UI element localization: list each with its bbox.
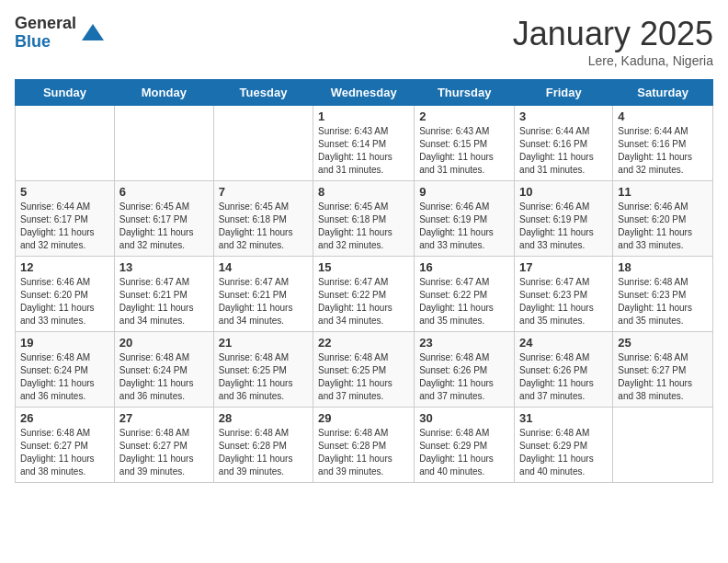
page-header: General Blue January 2025 Lere, Kaduna, … xyxy=(15,15,713,68)
day-number: 9 xyxy=(419,185,509,199)
calendar-cell: 18Sunrise: 6:48 AM Sunset: 6:23 PM Dayli… xyxy=(613,257,713,332)
day-number: 15 xyxy=(318,260,409,274)
day-info: Sunrise: 6:47 AM Sunset: 6:21 PM Dayligh… xyxy=(219,276,308,327)
calendar-cell: 1Sunrise: 6:43 AM Sunset: 6:14 PM Daylig… xyxy=(313,106,415,181)
day-number: 30 xyxy=(419,411,509,425)
day-number: 16 xyxy=(419,260,509,274)
calendar-cell: 12Sunrise: 6:46 AM Sunset: 6:20 PM Dayli… xyxy=(16,257,115,332)
day-info: Sunrise: 6:48 AM Sunset: 6:24 PM Dayligh… xyxy=(20,351,109,403)
calendar-cell xyxy=(16,106,115,181)
day-info: Sunrise: 6:48 AM Sunset: 6:29 PM Dayligh… xyxy=(519,427,608,478)
day-number: 7 xyxy=(219,185,308,199)
column-header-friday: Friday xyxy=(515,80,613,106)
calendar-header-row: SundayMondayTuesdayWednesdayThursdayFrid… xyxy=(16,80,713,106)
day-number: 19 xyxy=(20,336,109,350)
day-info: Sunrise: 6:46 AM Sunset: 6:19 PM Dayligh… xyxy=(419,201,509,252)
day-number: 21 xyxy=(219,336,308,350)
location-subtitle: Lere, Kaduna, Nigeria xyxy=(513,53,713,68)
calendar-cell xyxy=(613,408,713,483)
calendar-cell: 4Sunrise: 6:44 AM Sunset: 6:16 PM Daylig… xyxy=(613,106,713,181)
logo: General Blue xyxy=(15,15,106,52)
day-number: 5 xyxy=(20,185,109,199)
day-number: 22 xyxy=(318,336,409,350)
calendar-week-2: 5Sunrise: 6:44 AM Sunset: 6:17 PM Daylig… xyxy=(16,181,713,257)
day-info: Sunrise: 6:48 AM Sunset: 6:26 PM Dayligh… xyxy=(519,351,608,403)
day-number: 25 xyxy=(618,336,708,350)
calendar-cell: 16Sunrise: 6:47 AM Sunset: 6:22 PM Dayli… xyxy=(415,257,515,332)
day-info: Sunrise: 6:48 AM Sunset: 6:24 PM Dayligh… xyxy=(119,351,209,403)
day-info: Sunrise: 6:48 AM Sunset: 6:29 PM Dayligh… xyxy=(419,427,509,478)
calendar-cell: 21Sunrise: 6:48 AM Sunset: 6:25 PM Dayli… xyxy=(213,332,313,408)
day-info: Sunrise: 6:44 AM Sunset: 6:16 PM Dayligh… xyxy=(618,125,708,177)
day-number: 31 xyxy=(519,411,608,425)
day-info: Sunrise: 6:48 AM Sunset: 6:27 PM Dayligh… xyxy=(119,427,209,478)
day-number: 17 xyxy=(519,260,608,274)
day-number: 10 xyxy=(519,185,608,199)
day-info: Sunrise: 6:45 AM Sunset: 6:18 PM Dayligh… xyxy=(219,201,308,252)
calendar-cell: 24Sunrise: 6:48 AM Sunset: 6:26 PM Dayli… xyxy=(515,332,613,408)
calendar-cell: 5Sunrise: 6:44 AM Sunset: 6:17 PM Daylig… xyxy=(16,181,115,257)
day-number: 2 xyxy=(419,109,509,123)
day-number: 29 xyxy=(318,411,409,425)
calendar-cell xyxy=(114,106,213,181)
day-number: 14 xyxy=(219,260,308,274)
day-info: Sunrise: 6:48 AM Sunset: 6:25 PM Dayligh… xyxy=(219,351,308,403)
calendar-cell: 28Sunrise: 6:48 AM Sunset: 6:28 PM Dayli… xyxy=(213,408,313,483)
day-info: Sunrise: 6:43 AM Sunset: 6:14 PM Dayligh… xyxy=(318,125,409,177)
day-info: Sunrise: 6:45 AM Sunset: 6:18 PM Dayligh… xyxy=(318,201,409,252)
day-info: Sunrise: 6:46 AM Sunset: 6:19 PM Dayligh… xyxy=(519,201,608,252)
day-number: 11 xyxy=(618,185,708,199)
day-info: Sunrise: 6:47 AM Sunset: 6:22 PM Dayligh… xyxy=(318,276,409,327)
title-section: January 2025 Lere, Kaduna, Nigeria xyxy=(513,15,713,68)
day-number: 23 xyxy=(419,336,509,350)
day-number: 6 xyxy=(119,185,209,199)
logo-icon xyxy=(80,20,106,46)
calendar-cell: 20Sunrise: 6:48 AM Sunset: 6:24 PM Dayli… xyxy=(114,332,213,408)
day-number: 26 xyxy=(20,411,109,425)
svg-marker-0 xyxy=(82,24,104,40)
calendar-week-1: 1Sunrise: 6:43 AM Sunset: 6:14 PM Daylig… xyxy=(16,106,713,181)
day-info: Sunrise: 6:48 AM Sunset: 6:25 PM Dayligh… xyxy=(318,351,409,403)
day-info: Sunrise: 6:46 AM Sunset: 6:20 PM Dayligh… xyxy=(618,201,708,252)
day-info: Sunrise: 6:45 AM Sunset: 6:17 PM Dayligh… xyxy=(119,201,209,252)
day-number: 3 xyxy=(519,109,608,123)
calendar-cell: 22Sunrise: 6:48 AM Sunset: 6:25 PM Dayli… xyxy=(313,332,415,408)
calendar-cell: 25Sunrise: 6:48 AM Sunset: 6:27 PM Dayli… xyxy=(613,332,713,408)
day-number: 13 xyxy=(119,260,209,274)
day-number: 27 xyxy=(119,411,209,425)
day-info: Sunrise: 6:43 AM Sunset: 6:15 PM Dayligh… xyxy=(419,125,509,177)
day-number: 8 xyxy=(318,185,409,199)
calendar-cell: 13Sunrise: 6:47 AM Sunset: 6:21 PM Dayli… xyxy=(114,257,213,332)
day-info: Sunrise: 6:48 AM Sunset: 6:23 PM Dayligh… xyxy=(618,276,708,327)
calendar-cell: 15Sunrise: 6:47 AM Sunset: 6:22 PM Dayli… xyxy=(313,257,415,332)
day-info: Sunrise: 6:44 AM Sunset: 6:16 PM Dayligh… xyxy=(519,125,608,177)
day-info: Sunrise: 6:48 AM Sunset: 6:27 PM Dayligh… xyxy=(20,427,109,478)
calendar-cell: 3Sunrise: 6:44 AM Sunset: 6:16 PM Daylig… xyxy=(515,106,613,181)
day-number: 1 xyxy=(318,109,409,123)
column-header-wednesday: Wednesday xyxy=(313,80,415,106)
day-info: Sunrise: 6:47 AM Sunset: 6:23 PM Dayligh… xyxy=(519,276,608,327)
day-info: Sunrise: 6:46 AM Sunset: 6:20 PM Dayligh… xyxy=(20,276,109,327)
day-info: Sunrise: 6:44 AM Sunset: 6:17 PM Dayligh… xyxy=(20,201,109,252)
calendar-cell: 30Sunrise: 6:48 AM Sunset: 6:29 PM Dayli… xyxy=(415,408,515,483)
day-number: 28 xyxy=(219,411,308,425)
calendar-cell: 23Sunrise: 6:48 AM Sunset: 6:26 PM Dayli… xyxy=(415,332,515,408)
logo-general-text: General xyxy=(15,15,76,33)
day-info: Sunrise: 6:47 AM Sunset: 6:22 PM Dayligh… xyxy=(419,276,509,327)
calendar-week-4: 19Sunrise: 6:48 AM Sunset: 6:24 PM Dayli… xyxy=(16,332,713,408)
calendar-cell: 9Sunrise: 6:46 AM Sunset: 6:19 PM Daylig… xyxy=(415,181,515,257)
calendar-week-5: 26Sunrise: 6:48 AM Sunset: 6:27 PM Dayli… xyxy=(16,408,713,483)
day-number: 4 xyxy=(618,109,708,123)
column-header-tuesday: Tuesday xyxy=(213,80,313,106)
day-info: Sunrise: 6:48 AM Sunset: 6:26 PM Dayligh… xyxy=(419,351,509,403)
calendar-table: SundayMondayTuesdayWednesdayThursdayFrid… xyxy=(15,79,713,483)
column-header-saturday: Saturday xyxy=(613,80,713,106)
calendar-cell: 6Sunrise: 6:45 AM Sunset: 6:17 PM Daylig… xyxy=(114,181,213,257)
calendar-cell: 11Sunrise: 6:46 AM Sunset: 6:20 PM Dayli… xyxy=(613,181,713,257)
calendar-cell: 8Sunrise: 6:45 AM Sunset: 6:18 PM Daylig… xyxy=(313,181,415,257)
calendar-cell: 10Sunrise: 6:46 AM Sunset: 6:19 PM Dayli… xyxy=(515,181,613,257)
calendar-cell: 26Sunrise: 6:48 AM Sunset: 6:27 PM Dayli… xyxy=(16,408,115,483)
column-header-sunday: Sunday xyxy=(16,80,115,106)
day-number: 24 xyxy=(519,336,608,350)
column-header-thursday: Thursday xyxy=(415,80,515,106)
